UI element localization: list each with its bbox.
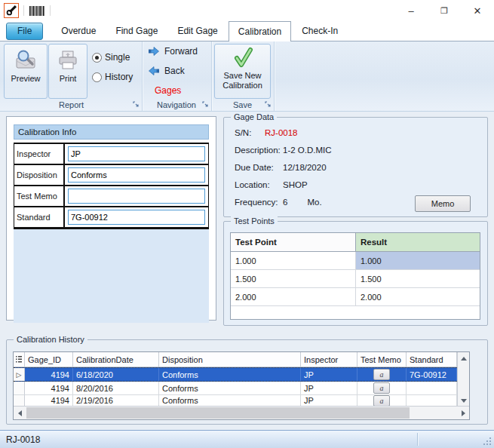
forward-label: Forward — [164, 46, 198, 57]
radio-single-circle — [92, 53, 102, 63]
due-date-value: 12/18/2020 — [283, 163, 327, 172]
history-row-clipped[interactable]: 4194 2/19/2016 Conforms JP a — [14, 395, 469, 407]
dialog-launcher-icon[interactable] — [133, 101, 140, 108]
app-button[interactable] — [4, 3, 19, 18]
calibration-history-grid: Gage_ID CalibrationDate Disposition Insp… — [13, 351, 470, 420]
cell-calibration-date: 8/20/2016 — [73, 382, 159, 395]
test-point-value: 2.000 — [231, 288, 356, 305]
result-value[interactable]: 1.500 — [356, 270, 480, 287]
tab-overdue[interactable]: Overdue — [52, 21, 105, 41]
form-row-test-memo: Test Memo — [14, 186, 208, 207]
scroll-up-button[interactable] — [458, 352, 469, 364]
print-button[interactable]: Print — [48, 44, 87, 99]
radio-history-circle — [92, 72, 102, 82]
frequency-value: 6 — [283, 198, 287, 207]
column-header-test-point[interactable]: Test Point — [231, 233, 356, 251]
horizontal-scrollbar-thumb[interactable] — [26, 407, 410, 419]
column-header-gage-id[interactable]: Gage_ID — [25, 352, 73, 367]
disposition-input[interactable] — [68, 167, 205, 183]
radio-single[interactable]: Single — [92, 52, 130, 63]
column-header-calibration-date[interactable]: CalibrationDate — [73, 352, 159, 367]
cell-test-memo: a — [357, 382, 407, 395]
column-header-standard[interactable]: Standard — [407, 352, 457, 367]
tab-edit-gage[interactable]: Edit Gage — [168, 21, 226, 41]
memo-a-button[interactable]: a — [373, 369, 390, 380]
test-memo-label: Test Memo — [14, 186, 65, 206]
result-value[interactable]: 1.000 — [356, 252, 480, 269]
tab-calibration[interactable]: Calibration — [229, 21, 291, 41]
column-header-disposition[interactable]: Disposition — [159, 352, 301, 367]
description-value: 1-2 O.D.MIC — [283, 146, 332, 155]
preview-button[interactable]: Preview — [4, 44, 48, 99]
radio-history[interactable]: History — [92, 72, 133, 82]
print-preview-icon — [14, 48, 38, 72]
tab-find-gage[interactable]: Find Gage — [106, 21, 167, 41]
test-point-row[interactable]: 1.500 1.500 — [231, 270, 480, 288]
cell-gage-id: 4194 — [25, 382, 73, 395]
cell-gage-id: 4194 — [25, 368, 73, 381]
inspector-input[interactable] — [68, 146, 205, 161]
standard-input[interactable] — [68, 210, 205, 225]
arrow-right-icon — [148, 46, 160, 57]
test-points-table: Test Point Result 1.000 1.000 1.500 1.50… — [230, 232, 480, 320]
radio-single-label: Single — [105, 52, 130, 63]
back-button[interactable]: Back — [148, 66, 185, 76]
cell-inspector: JP — [301, 368, 357, 381]
barcode-button[interactable] — [29, 5, 45, 17]
form-row-inspector: Inspector — [14, 144, 208, 165]
arrow-up-icon — [461, 357, 467, 361]
form-row-disposition: Disposition — [14, 165, 208, 186]
tab-check-in[interactable]: Check-In — [293, 21, 347, 41]
maximize-button[interactable]: ❐ — [428, 0, 461, 21]
test-point-value: 1.500 — [231, 270, 356, 287]
history-row[interactable]: 4194 8/20/2016 Conforms JP a — [14, 382, 469, 395]
resize-grip[interactable] — [483, 437, 492, 446]
scroll-down-button[interactable] — [458, 394, 469, 407]
calibration-info-panel: Calibration Info Inspector Disposition T… — [6, 116, 216, 321]
save-new-calibration-button[interactable]: Save New Calibration — [214, 44, 271, 99]
horizontal-scrollbar[interactable] — [14, 406, 469, 419]
history-row-selected[interactable]: ▷ 4194 6/18/2020 Conforms JP a 7G-00912 — [14, 367, 469, 382]
minimize-button[interactable]: – — [394, 0, 428, 21]
cell-gage-id: 4194 — [25, 395, 73, 407]
forward-button[interactable]: Forward — [148, 46, 198, 57]
close-button[interactable]: ✕ — [461, 0, 494, 21]
cell-disposition: Conforms — [159, 395, 301, 407]
memo-a-button[interactable]: a — [373, 395, 390, 407]
column-header-test-memo[interactable]: Test Memo — [357, 352, 407, 367]
test-memo-input[interactable] — [68, 189, 205, 204]
gage-calibration-window: { "titlebar": { "window_controls": { "mi… — [0, 0, 494, 448]
save-button-label-line2: Calibration — [222, 81, 262, 91]
barcode-icon — [29, 5, 45, 17]
history-header-row: Gage_ID CalibrationDate Disposition Insp… — [14, 352, 469, 367]
memo-a-button[interactable]: a — [373, 382, 390, 394]
test-point-row[interactable]: 1.000 1.000 — [231, 252, 480, 270]
calibration-info-title: Calibration Info — [14, 124, 209, 140]
sn-label: S/N: — [235, 128, 265, 137]
column-header-result[interactable]: Result — [356, 233, 480, 251]
result-value[interactable]: 2.000 — [356, 288, 480, 305]
column-header-inspector[interactable]: Inspector — [301, 352, 357, 367]
standard-label: Standard — [14, 207, 65, 227]
gage-data-groupbox: Gage Data S/N: RJ-0018 Description: 1-2 … — [223, 117, 488, 217]
scroll-right-button[interactable] — [457, 407, 469, 419]
dialog-launcher-icon[interactable] — [202, 101, 209, 108]
scroll-left-button[interactable] — [14, 407, 26, 419]
cell-inspector: JP — [301, 382, 357, 395]
row-selector-cell — [14, 382, 25, 395]
cell-standard — [407, 395, 457, 407]
cell-calibration-date: 2/19/2016 — [73, 395, 159, 407]
gage-location-row: Location: SHOP — [235, 180, 308, 189]
toolbar-separator — [50, 5, 51, 16]
cell-inspector: JP — [301, 395, 357, 407]
cell-test-memo: a — [357, 395, 407, 407]
cell-disposition: Conforms — [159, 382, 301, 395]
test-point-row[interactable]: 2.000 2.000 — [231, 288, 480, 306]
dialog-launcher-icon[interactable] — [265, 101, 272, 108]
calibration-info-form: Inspector Disposition Test Memo Standard — [14, 143, 209, 229]
ribbon-group-report: Preview Print Single History Report — [1, 41, 143, 111]
tab-file[interactable]: File — [6, 23, 43, 40]
memo-button[interactable]: Memo — [415, 195, 471, 212]
vertical-scrollbar[interactable] — [457, 352, 469, 407]
radio-history-label: History — [105, 72, 133, 82]
